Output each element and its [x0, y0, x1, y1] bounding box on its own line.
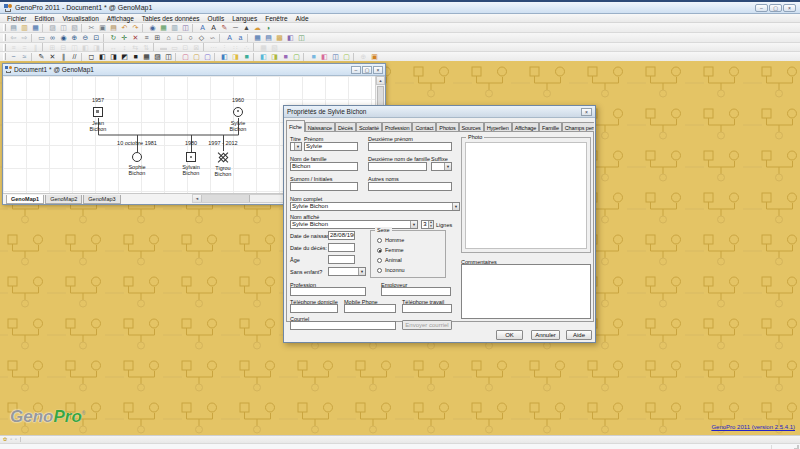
fill-half-left-icon[interactable]: ◧ [97, 52, 108, 61]
deuxieme-prenom-input[interactable] [368, 142, 452, 151]
home-icon[interactable]: ⌂ [163, 33, 174, 42]
redo-icon[interactable]: ↷ [130, 23, 141, 32]
doc-minimize-icon[interactable]: – [351, 66, 361, 74]
zoom-icon[interactable]: ◉ [58, 33, 69, 42]
new-icon[interactable]: ▤ [8, 23, 19, 32]
report-icon[interactable]: ▥ [169, 23, 180, 32]
style-sky-icon[interactable]: ■ [308, 52, 319, 61]
female-icon[interactable]: ○ [185, 33, 196, 42]
grid-icon[interactable]: ▦ [252, 33, 263, 42]
tel-travail-input[interactable] [402, 304, 452, 313]
table-view-icon[interactable]: ▤ [263, 33, 274, 42]
toolbar-grip[interactable] [3, 34, 6, 41]
order-back-icon[interactable]: ▭ [169, 43, 180, 52]
style-violet-icon[interactable]: ■ [280, 52, 291, 61]
space-icon[interactable]: ⋯ [208, 43, 219, 52]
date-deces-input[interactable] [328, 243, 355, 252]
doc-close-icon[interactable]: × [373, 66, 383, 74]
align-bottom-icon[interactable]: ◫ [69, 43, 80, 52]
resize-grip[interactable] [794, 445, 799, 449]
find-icon[interactable]: ◉ [147, 23, 158, 32]
date-naissance-input[interactable]: 28/08/1960 [328, 231, 355, 240]
font-increase-icon[interactable]: A [224, 33, 235, 42]
dialog-tab[interactable]: Fiche [286, 120, 305, 132]
distribute-h-icon[interactable]: ↔ [108, 43, 119, 52]
print-icon[interactable]: ▨ [47, 23, 58, 32]
aide-button[interactable]: Aide [566, 330, 592, 340]
ungroup-icon[interactable]: ⊠ [191, 43, 202, 52]
cut-icon[interactable]: ✂ [86, 23, 97, 32]
group-icon[interactable]: ⊡ [180, 43, 191, 52]
binoculars-icon[interactable]: ∞ [47, 33, 58, 42]
pencil-icon[interactable]: ✎ [219, 23, 230, 32]
footer-tool-icon-2[interactable]: ▫ [15, 436, 17, 443]
ok-button[interactable]: OK [496, 330, 523, 340]
age-input[interactable] [328, 255, 355, 264]
radio-femme[interactable] [377, 248, 382, 253]
commentaires-textarea[interactable] [461, 264, 591, 319]
border-pink-icon[interactable]: ▢ [180, 52, 191, 61]
maximize-icon[interactable]: ▢ [769, 4, 782, 12]
save-icon[interactable]: ▦ [30, 23, 41, 32]
male-icon[interactable]: □ [174, 33, 185, 42]
align-right-icon[interactable]: ∥ [30, 43, 41, 52]
align-left-icon[interactable]: ≡ [8, 43, 19, 52]
courriel-input[interactable] [290, 321, 396, 330]
anchor-icon[interactable]: ∴ [241, 43, 252, 52]
dropdown-arrow-icon[interactable]: ▼ [358, 268, 365, 275]
style-blue-icon[interactable]: ◧ [219, 52, 230, 61]
erase-icon[interactable]: ✕ [47, 52, 58, 61]
dialog-titlebar[interactable]: Propriétés de Sylvie Bichon × [284, 106, 595, 118]
doc-maximize-icon[interactable]: ▢ [362, 66, 372, 74]
scroll-up-icon[interactable]: ▲ [376, 76, 385, 85]
undo-icon[interactable]: ↶ [119, 23, 130, 32]
print-preview-icon[interactable]: ◫ [58, 23, 69, 32]
menu-item[interactable]: Visualisation [58, 15, 102, 22]
nom-famille-input[interactable]: Bichon [290, 162, 358, 171]
document-titlebar[interactable]: Document1 * @ GenoMap1 – ▢ × [3, 64, 385, 76]
zoom-out-icon[interactable]: ⊖ [80, 33, 91, 42]
employeur-input[interactable] [381, 287, 451, 296]
mobile-input[interactable] [344, 304, 396, 313]
open-icon[interactable]: ▥ [19, 23, 30, 32]
table-grid-icon[interactable]: ⊞ [152, 33, 163, 42]
fill-split-icon[interactable]: ◫ [163, 52, 174, 61]
pet-icon[interactable]: ◇ [196, 33, 207, 42]
genomap-tab[interactable]: GenoMap2 [45, 195, 82, 204]
dialog-close-icon[interactable]: × [581, 108, 592, 116]
distribute-v-icon[interactable]: ↕ [119, 43, 130, 52]
swap-v-icon[interactable]: ⇅ [141, 43, 152, 52]
palette-icon[interactable]: ▩ [274, 33, 285, 42]
male-symbol-jean[interactable] [93, 107, 103, 117]
pattern-icon[interactable]: ▧ [269, 43, 280, 52]
rotate-icon[interactable]: ↻ [108, 33, 119, 42]
autres-noms-input[interactable] [368, 182, 452, 191]
zoom-page-icon[interactable]: ⊡ [91, 33, 102, 42]
cloud-icon[interactable]: ☁ [252, 23, 263, 32]
back-icon[interactable]: ⇦ [8, 33, 19, 42]
parallel-lines-icon[interactable]: ∥ [58, 52, 69, 61]
freehand-icon[interactable]: ≈ [19, 52, 30, 61]
tel-domicile-input[interactable] [290, 304, 338, 313]
font-decrease-icon[interactable]: a [235, 33, 246, 42]
style-olive-icon[interactable]: ◨ [269, 52, 280, 61]
radio-homme[interactable] [377, 238, 382, 243]
spinner-down-icon[interactable]: ▼ [429, 225, 433, 229]
font-icon[interactable]: A [208, 23, 219, 32]
fill-quarter-icon[interactable]: ◩ [119, 52, 130, 61]
readonly-icon[interactable]: ⊕ [358, 52, 369, 61]
menu-item[interactable]: Tables des données [138, 15, 204, 22]
fill-half-right-icon[interactable]: ◨ [108, 52, 119, 61]
style-yellow-icon[interactable]: ◨ [230, 52, 241, 61]
stack-icon[interactable]: ⋮ [219, 43, 230, 52]
male-symbol-sylvain[interactable] [186, 152, 196, 162]
genomap-tab[interactable]: GenoMap3 [83, 195, 120, 204]
export-icon[interactable]: ▧ [69, 23, 80, 32]
align-top-icon[interactable]: ⊞ [47, 43, 58, 52]
menu-item[interactable]: Aide [292, 15, 313, 22]
lignes-spinner[interactable]: 3▲▼ [421, 220, 434, 229]
border-blue-icon[interactable]: ▢ [202, 52, 213, 61]
text-lines-icon[interactable]: ≡ [141, 33, 152, 42]
align-center-icon[interactable]: = [19, 43, 30, 52]
dropdown-arrow-icon[interactable]: ▼ [294, 143, 301, 150]
